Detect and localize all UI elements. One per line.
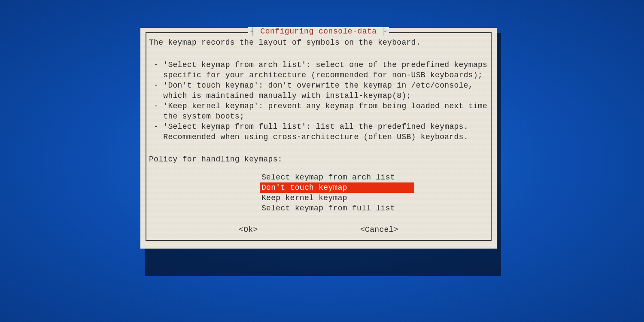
title-left-sep: ┤ — [251, 27, 255, 36]
menu-item-arch-list[interactable]: Select keymap from arch list — [260, 172, 414, 182]
spacer-1 — [149, 48, 488, 59]
dialog-title: ┤ Configuring console-data ├ — [248, 27, 389, 36]
menu-item-keep-kernel[interactable]: Keep kernel keymap — [260, 193, 414, 203]
cancel-button[interactable]: <Cancel> — [360, 225, 398, 234]
keymap-menu[interactable]: Select keymap from arch list Don't touch… — [260, 172, 414, 213]
prompt-text: Policy for handling keymaps: — [149, 153, 488, 164]
title-right-sep: ├ — [382, 27, 386, 36]
console-dialog: ┤ Configuring console-data ├ The keymap … — [140, 28, 497, 249]
dialog-title-slot: ┤ Configuring console-data ├ — [146, 27, 491, 36]
intro-text: The keymap records the layout of symbols… — [149, 36, 488, 48]
button-row: <Ok> <Cancel> — [149, 225, 488, 234]
dialog-container: ┤ Configuring console-data ├ The keymap … — [140, 28, 497, 249]
spacer-2 — [149, 142, 488, 153]
dialog-frame: ┤ Configuring console-data ├ The keymap … — [146, 32, 492, 241]
bullets-text: - 'Select keymap from arch list': select… — [149, 59, 488, 142]
title-text: Configuring console-data — [255, 27, 382, 36]
ok-button[interactable]: <Ok> — [239, 225, 258, 234]
menu-item-full-list[interactable]: Select keymap from full list — [260, 203, 414, 213]
menu-item-dont-touch[interactable]: Don't touch keymap — [260, 182, 414, 193]
